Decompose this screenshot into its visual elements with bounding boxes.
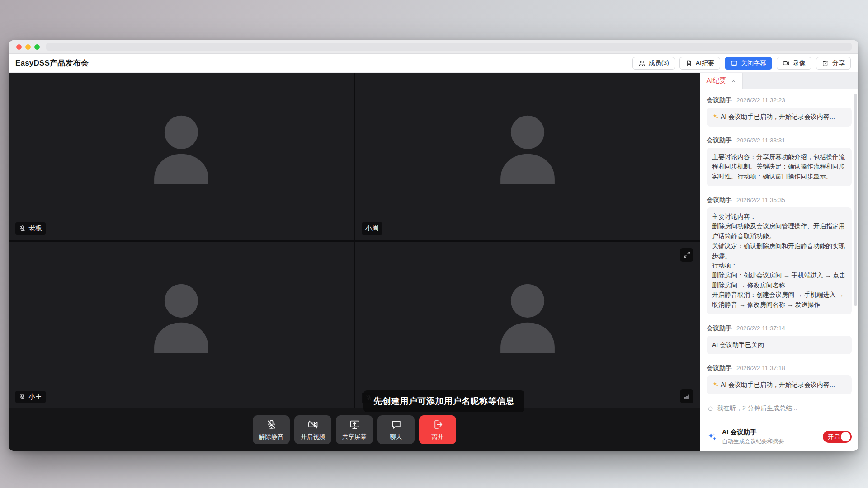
chat-icon — [391, 419, 402, 430]
sidebar-footer: AI 会议助手 自动生成会议纪要和摘要 开启 — [700, 422, 858, 451]
toggle-knob — [841, 432, 850, 441]
button-label: 成员(3) — [649, 59, 669, 67]
button-label: 录像 — [793, 59, 806, 67]
video-tile-老板[interactable]: 老板 — [9, 73, 354, 240]
participant-name-tag: 老板 — [15, 222, 46, 235]
message-timestamp: 2026/2/2 11:37:18 — [736, 365, 785, 371]
ai-minutes-button[interactable]: AI纪要 — [679, 57, 720, 70]
close-icon[interactable] — [731, 78, 736, 84]
messages-container: 会议助手2026/2/2 11:32:23AI 会议助手已启动，开始记录会议内容… — [707, 96, 852, 394]
message-timestamp: 2026/2/2 11:33:31 — [736, 137, 785, 144]
sparkle-icon — [712, 113, 719, 120]
message-bubble: AI 会议助手已启动，开始记录会议内容... — [707, 375, 852, 394]
sparkles-icon — [707, 432, 717, 442]
mic-off-icon — [266, 419, 277, 430]
stats-icon — [683, 393, 691, 400]
button-label: 共享屏幕 — [342, 433, 367, 441]
message-sender: 会议助手 — [707, 364, 732, 372]
expand-tile-button[interactable] — [680, 248, 693, 262]
leave-icon — [432, 419, 443, 430]
assistant-info: AI 会议助手 自动生成会议纪要和摘要 — [722, 428, 818, 446]
start-video-button[interactable]: 开启视频 — [294, 415, 331, 444]
spinner-icon — [708, 406, 713, 412]
button-label: 开启视频 — [301, 433, 325, 441]
titlebar-strip — [46, 43, 852, 51]
caption-icon — [731, 60, 738, 67]
message-timestamp: 2026/2/2 11:35:35 — [736, 197, 785, 203]
close-window-button[interactable] — [16, 44, 22, 50]
assistant-title: AI 会议助手 — [722, 428, 818, 436]
sparkle-icon — [712, 381, 719, 388]
message-bubble: 主要讨论内容： 删除房间功能及会议房间管理操作、开启指定用户话筒静音取消功能。 … — [707, 207, 852, 314]
tab-label: AI纪要 — [706, 76, 726, 85]
zoom-window-button[interactable] — [34, 44, 40, 50]
assistant-message: 会议助手2026/2/2 11:33:31主要讨论内容：分享屏幕功能介绍，包括操… — [707, 136, 852, 186]
button-label: AI纪要 — [696, 59, 714, 67]
share-screen-button[interactable]: 共享屏幕 — [336, 415, 373, 444]
video-tile-小王[interactable]: 小王 — [9, 242, 354, 409]
message-bubble: AI 会议助手已启动，开始记录会议内容... — [707, 108, 852, 127]
connection-stats-button[interactable] — [680, 389, 693, 403]
window-controls — [16, 44, 40, 50]
video-tile-小周[interactable]: 小周 — [355, 73, 700, 240]
person-avatar-icon — [129, 268, 233, 372]
video-off-icon — [307, 419, 319, 430]
share-button[interactable]: 分享 — [816, 57, 851, 70]
person-avatar-icon — [476, 268, 580, 372]
message-bubble: AI 会议助手已关闭 — [707, 336, 852, 355]
toggle-label: 开启 — [828, 433, 840, 441]
person-avatar-icon — [129, 100, 233, 204]
share-icon — [822, 60, 829, 67]
sidebar-scrollbar[interactable] — [854, 94, 857, 306]
message-sender: 会议助手 — [707, 196, 732, 204]
app-header: EasyDSS产品发布会 成员(3)AI纪要关闭字幕录像分享 — [9, 54, 858, 73]
assistant-message: 会议助手2026/2/2 11:32:23AI 会议助手已启动，开始记录会议内容… — [707, 96, 852, 127]
mic-off-icon — [19, 394, 26, 400]
members-button[interactable]: 成员(3) — [632, 57, 675, 70]
message-timestamp: 2026/2/2 11:37:14 — [736, 325, 785, 332]
tab-ai-minutes[interactable]: AI纪要 — [700, 73, 743, 89]
camera-icon — [783, 60, 790, 67]
message-sender: 会议助手 — [707, 136, 732, 145]
video-tile-participant-4[interactable] — [355, 242, 700, 409]
assistant-toggle[interactable]: 开启 — [823, 431, 852, 443]
content: 老板小周小王 先创建用户可添加用户名昵称等信息 解除静音开启视频共享屏幕聊天离开… — [9, 73, 858, 451]
tooltip: 先创建用户可添加用户名昵称等信息 — [363, 390, 524, 412]
assistant-message: 会议助手2026/2/2 11:37:18AI 会议助手已启动，开始记录会议内容… — [707, 364, 852, 394]
app-window: EasyDSS产品发布会 成员(3)AI纪要关闭字幕录像分享 老板小周小王 先创… — [9, 40, 858, 451]
close-captions-button[interactable]: 关闭字幕 — [725, 57, 772, 70]
assistant-message: 会议助手2026/2/2 11:35:35主要讨论内容： 删除房间功能及会议房间… — [707, 196, 852, 314]
message-sender: 会议助手 — [707, 96, 732, 104]
macos-titlebar — [9, 40, 858, 54]
participant-name-tag: 小王 — [15, 391, 46, 403]
leave-button[interactable]: 离开 — [419, 415, 456, 444]
message-bubble: 主要讨论内容：分享屏幕功能介绍，包括操作流程和同步机制。关键决定：确认操作流程和… — [707, 148, 852, 186]
call-toolbar: 解除静音开启视频共享屏幕聊天离开 — [9, 408, 700, 451]
mic-off-icon — [19, 225, 26, 232]
assistant-subtitle: 自动生成会议纪要和摘要 — [722, 438, 818, 446]
message-list: 会议助手2026/2/2 11:32:23AI 会议助手已启动，开始记录会议内容… — [700, 89, 858, 422]
unmute-button[interactable]: 解除静音 — [253, 415, 290, 444]
assistant-message: 会议助手2026/2/2 11:37:14AI 会议助手已关闭 — [707, 324, 852, 355]
video-grid: 老板小周小王 — [9, 73, 700, 408]
video-area: 老板小周小王 先创建用户可添加用户名昵称等信息 解除静音开启视频共享屏幕聊天离开 — [9, 73, 700, 451]
listening-status: 我在听，2 分钟后生成总结... — [708, 404, 852, 413]
message-sender: 会议助手 — [707, 324, 732, 333]
button-label: 离开 — [432, 433, 444, 441]
participant-name: 老板 — [28, 224, 42, 233]
sidebar-tabstrip: AI纪要 — [700, 73, 858, 89]
button-label: 聊天 — [390, 433, 402, 441]
people-icon — [638, 60, 646, 67]
participant-name-tag: 小周 — [362, 222, 382, 235]
expand-icon — [683, 251, 691, 258]
person-avatar-icon — [476, 100, 580, 204]
minimize-window-button[interactable] — [25, 44, 31, 50]
document-icon — [685, 60, 693, 67]
chat-button[interactable]: 聊天 — [377, 415, 415, 444]
message-timestamp: 2026/2/2 11:32:23 — [736, 97, 785, 103]
participant-name: 小王 — [28, 393, 42, 401]
screen-share-icon — [349, 419, 360, 430]
ai-minutes-sidebar: AI纪要 会议助手2026/2/2 11:32:23AI 会议助手已启动，开始记… — [700, 73, 858, 451]
button-label: 分享 — [832, 59, 845, 67]
record-button[interactable]: 录像 — [777, 57, 811, 70]
